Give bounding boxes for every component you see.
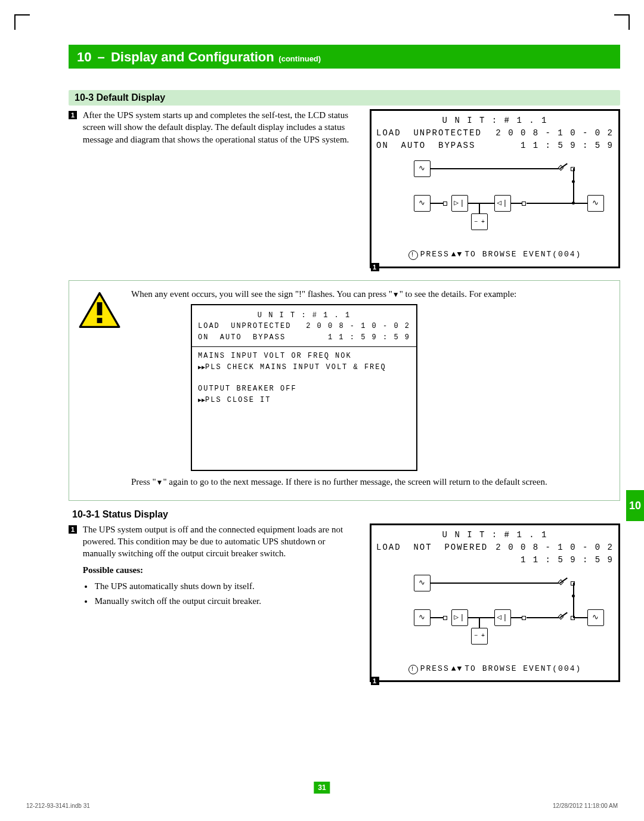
lcd-event-line: MAINS INPUT VOLT OR FREQ NOK bbox=[198, 351, 410, 362]
lcd-event-line: ▶▶PLS CLOSE IT bbox=[198, 395, 410, 406]
chapter-dash: – bbox=[94, 49, 108, 64]
lcd-line1-right: 2 0 0 8 - 1 0 - 0 2 bbox=[496, 127, 614, 140]
down-arrow-icon: ▼ bbox=[156, 478, 163, 488]
warning-icon bbox=[79, 292, 120, 331]
lcd-unit: U N I T : # 1 . 1 bbox=[198, 310, 410, 321]
diagram-line bbox=[527, 203, 573, 204]
alert-icon: ! bbox=[408, 665, 418, 674]
lcd-diagram: ∿ ∿ ▷| ◁| bbox=[381, 160, 609, 238]
mains-source-icon: ∿ bbox=[414, 195, 431, 212]
note-text: Press " bbox=[131, 477, 156, 487]
lcd-footer-text-b: TO BROWSE EVENT(004) bbox=[465, 664, 581, 673]
spacer bbox=[198, 373, 410, 383]
lcd-panel-3: U N I T : # 1 . 1 LOAD NOT POWERED2 0 0 … bbox=[370, 523, 620, 683]
node-icon bbox=[443, 616, 447, 620]
callout-marker: 1 bbox=[69, 111, 77, 119]
chapter-title: Display and Configuration bbox=[111, 49, 274, 64]
lcd-line1-left: LOAD NOT POWERED bbox=[376, 541, 488, 554]
diagram-line bbox=[468, 617, 496, 618]
diagram-line bbox=[431, 583, 561, 584]
bypass-source-icon: ∿ bbox=[414, 575, 431, 591]
diagram-line bbox=[573, 168, 574, 181]
lcd-callout: 1 bbox=[371, 263, 379, 275]
list-item: Manually switch off the output circuit b… bbox=[94, 594, 359, 609]
lcd-screen: U N I T : # 1 . 1 LOAD UNPROTECTED2 0 0 … bbox=[370, 109, 620, 268]
chapter-continued: (continued) bbox=[277, 54, 321, 63]
diagram-line bbox=[573, 617, 587, 618]
list-item: The UPS automatically shuts down by itse… bbox=[94, 579, 359, 594]
lcd-panel-1: U N I T : # 1 . 1 LOAD UNPROTECTED2 0 0 … bbox=[370, 109, 620, 268]
lcd-footer: !PRESS▲▼TO BROWSE EVENT(004) bbox=[376, 663, 614, 675]
lcd-unit: U N I T : # 1 . 1 bbox=[376, 529, 614, 541]
alert-icon: ! bbox=[408, 250, 418, 260]
diagram-line bbox=[468, 203, 496, 204]
section-1-text: 1 After the UPS system starts up and com… bbox=[69, 109, 359, 268]
diagram-line bbox=[573, 596, 574, 617]
diagram-line bbox=[511, 617, 523, 618]
note-text: " again to go to the next message. If th… bbox=[163, 477, 547, 487]
manual-page: 10 10 – Display and Configuration (conti… bbox=[0, 0, 644, 821]
lcd-event-screen: U N I T : # 1 . 1 LOAD UNPROTECTED2 0 0 … bbox=[191, 304, 417, 471]
load-icon: ∿ bbox=[587, 195, 604, 212]
lcd-callout: 1 bbox=[371, 677, 379, 689]
section-2-body: The UPS system output is off and the con… bbox=[83, 523, 359, 609]
lcd-diagram: ∿ ∿ ▷| ◁| bbox=[381, 575, 609, 652]
load-icon: ∿ bbox=[587, 609, 604, 626]
section-heading: 10-3 Default Display bbox=[69, 90, 620, 106]
node-icon bbox=[522, 202, 526, 206]
lcd-line2-left: ON AUTO BYPASS bbox=[376, 140, 475, 152]
footer-right: 12/28/2012 11:18:00 AM bbox=[553, 803, 618, 809]
content-area: 10 – Display and Configuration (continue… bbox=[69, 45, 620, 785]
battery-icon: − + bbox=[471, 213, 488, 230]
diagram-line bbox=[479, 203, 480, 215]
updown-icon: ▲▼ bbox=[451, 249, 463, 261]
rectifier-icon: ▷| bbox=[451, 195, 468, 212]
section-1-row: 1 After the UPS system starts up and com… bbox=[69, 109, 620, 268]
body-text: The UPS system output is off and the con… bbox=[83, 525, 343, 559]
arrow-icon: ▶▶ bbox=[198, 396, 205, 405]
lcd-event-line: ▶▶PLS CHECK MAINS INPUT VOLT & FREQ bbox=[198, 362, 410, 373]
lcd-footer-text-b: TO BROWSE EVENT(004) bbox=[465, 250, 581, 259]
chapter-header: 10 – Display and Configuration (continue… bbox=[69, 45, 620, 69]
page-number: 31 bbox=[314, 782, 330, 794]
section-2-row: 1 The UPS system output is off and the c… bbox=[69, 523, 620, 683]
down-arrow-icon: ▼ bbox=[392, 290, 400, 300]
diagram-line bbox=[511, 203, 523, 204]
callout-marker: 1 bbox=[69, 525, 77, 534]
lcd-line2-right: 1 1 : 5 9 : 5 9 bbox=[521, 554, 614, 566]
lcd-event-text: PLS CLOSE IT bbox=[205, 396, 271, 404]
lcd-event-line: OUTPUT BREAKER OFF bbox=[198, 383, 410, 395]
section-2-text: 1 The UPS system output is off and the c… bbox=[69, 523, 359, 683]
lcd-footer-text-a: PRESS bbox=[420, 664, 450, 673]
section-heading: 10-3-1 Status Display bbox=[69, 509, 620, 520]
lcd-line2-right: 1 1 : 5 9 : 5 9 bbox=[521, 140, 614, 152]
lcd-line2-left: ON AUTO BYPASS bbox=[198, 332, 286, 343]
lcd-line1-right: 2 0 0 8 - 1 0 - 0 2 bbox=[306, 321, 410, 332]
crop-mark bbox=[628, 14, 630, 30]
chapter-number: 10 bbox=[77, 49, 91, 64]
svg-rect-1 bbox=[97, 302, 103, 315]
crop-mark bbox=[14, 14, 16, 30]
node-icon bbox=[522, 616, 526, 620]
battery-icon: − + bbox=[471, 628, 488, 645]
bypass-source-icon: ∿ bbox=[414, 160, 431, 177]
diagram-line bbox=[479, 617, 480, 629]
svg-rect-2 bbox=[97, 318, 103, 323]
crop-mark bbox=[614, 14, 630, 16]
node-icon bbox=[443, 202, 447, 206]
rectifier-icon: ▷| bbox=[451, 609, 468, 626]
diagram-line bbox=[573, 203, 587, 204]
note-text: When any event occurs, you will see the … bbox=[131, 289, 392, 299]
mains-source-icon: ∿ bbox=[414, 609, 431, 626]
diagram-line bbox=[527, 617, 560, 618]
section-1-body: After the UPS system starts up and compl… bbox=[83, 109, 359, 145]
diagram-line bbox=[573, 583, 574, 596]
note-text: " to see the details. For example: bbox=[400, 289, 517, 299]
causes-list: The UPS automatically shuts down by itse… bbox=[83, 579, 359, 609]
lcd-line2-right: 1 1 : 5 9 : 5 9 bbox=[328, 332, 410, 343]
lcd-screen: U N I T : # 1 . 1 LOAD NOT POWERED2 0 0 … bbox=[370, 523, 620, 683]
updown-icon: ▲▼ bbox=[451, 663, 463, 675]
footer-left: 12-212-93-3141.indb 31 bbox=[26, 803, 90, 809]
callout-marker: 1 bbox=[371, 263, 379, 271]
callout-marker: 1 bbox=[371, 677, 379, 685]
